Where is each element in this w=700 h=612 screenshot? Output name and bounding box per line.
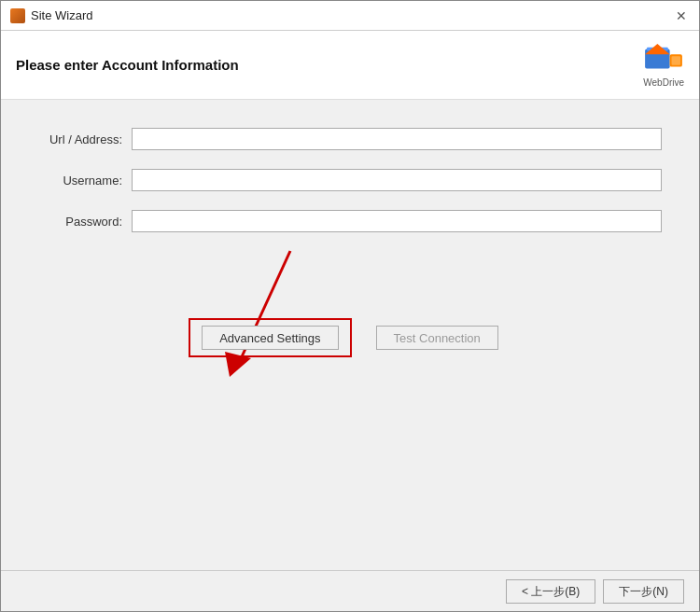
- back-button[interactable]: < 上一步(B): [506, 579, 595, 604]
- title-bar: Site Wizard ✕: [1, 1, 699, 31]
- password-row: Password:: [38, 210, 662, 232]
- url-input[interactable]: [132, 128, 662, 150]
- next-button[interactable]: 下一步(N): [603, 579, 684, 604]
- username-input[interactable]: [132, 169, 662, 191]
- title-bar-left: Site Wizard: [10, 8, 92, 23]
- window-title: Site Wizard: [31, 8, 92, 22]
- svg-rect-4: [672, 56, 680, 64]
- app-icon: [10, 8, 25, 23]
- password-input[interactable]: [132, 210, 662, 232]
- form-area: Url / Address: Username: Password: Adv: [1, 100, 699, 570]
- header-title: Please enter Account Information: [16, 57, 239, 73]
- logo-text: WebDrive: [643, 77, 684, 88]
- header-bar: Please enter Account Information WebDriv…: [1, 31, 699, 100]
- advanced-settings-button[interactable]: Advanced Settings: [202, 326, 338, 350]
- url-label: Url / Address:: [38, 132, 132, 146]
- webdrive-logo-icon: [645, 42, 682, 76]
- buttons-area: Advanced Settings Test Connection: [38, 307, 662, 369]
- bottom-bar: < 上一步(B) 下一步(N): [1, 570, 699, 611]
- username-label: Username:: [38, 174, 132, 188]
- advanced-settings-wrapper: Advanced Settings: [202, 326, 338, 350]
- close-button[interactable]: ✕: [673, 7, 690, 24]
- url-row: Url / Address:: [38, 128, 662, 150]
- test-connection-button[interactable]: Test Connection: [376, 326, 498, 350]
- webdrive-logo: WebDrive: [643, 42, 684, 88]
- username-row: Username:: [38, 169, 662, 191]
- password-label: Password:: [38, 215, 132, 229]
- site-wizard-window: Site Wizard ✕ Please enter Account Infor…: [0, 0, 700, 612]
